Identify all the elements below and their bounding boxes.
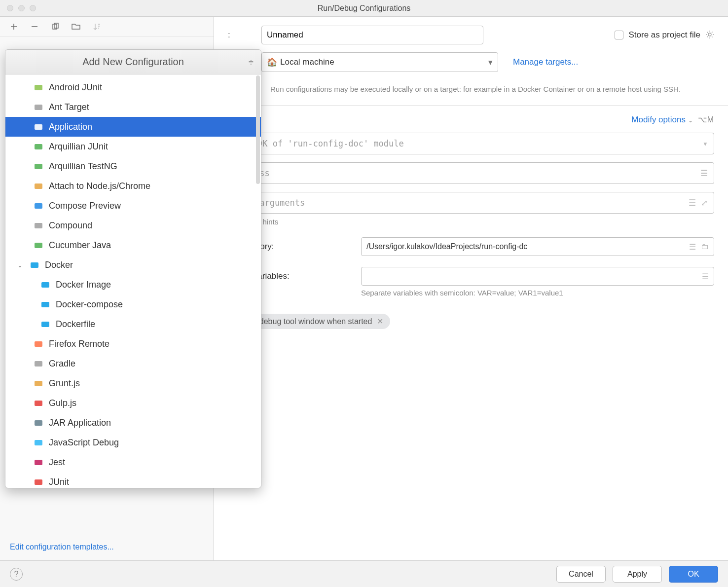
config-type-item[interactable]: Docker-compose [5,294,261,314]
config-type-icon [33,378,44,388]
config-type-icon [33,438,44,447]
program-args-input[interactable]: gram arguments ☰⤢ [228,192,714,214]
config-type-item[interactable]: Compose Preview [5,196,261,216]
chevron-down-icon: ⌄ [688,117,693,124]
svg-rect-11 [35,243,42,248]
gear-icon[interactable] [705,30,714,40]
config-type-item[interactable]: Grunt.js [5,373,261,393]
svg-rect-15 [41,322,49,327]
list-icon[interactable]: ☰ [689,242,696,252]
config-type-label: JavaScript Debug [49,438,119,448]
config-type-label: JAR Application [49,418,111,428]
folder-icon[interactable]: 🗀 [701,242,709,252]
config-type-item[interactable]: Gradle [5,354,261,373]
config-type-item[interactable]: Arquillian JUnit [5,137,261,156]
config-type-item[interactable]: Cucumber Java [5,235,261,255]
config-type-item[interactable]: JUnit [5,472,261,488]
collapse-icon[interactable]: ≑ [248,58,254,66]
svg-rect-5 [35,124,42,130]
working-dir-input[interactable]: /Users/igor.kulakov/IdeaProjects/run-con… [361,237,714,256]
config-type-icon [29,260,40,270]
name-label-partial: : [228,30,261,40]
config-type-label: Docker [45,260,73,270]
list-icon[interactable]: ☰ [689,198,696,208]
config-type-item[interactable]: Docker Image [5,275,261,294]
config-type-item[interactable]: Firefox Remote [5,334,261,354]
config-type-icon [33,398,44,408]
svg-rect-7 [35,164,42,169]
run-on-value: Local machine [280,57,334,67]
scrollbar[interactable] [256,75,260,184]
svg-rect-19 [35,401,42,406]
config-type-icon [33,339,44,349]
config-type-label: Compose Preview [49,201,121,211]
config-type-item[interactable]: Attach to Node.js/Chrome [5,176,261,196]
config-type-list[interactable]: Android JUnitAnt TargetApplicationArquil… [5,74,261,488]
run-on-hint: Run configurations may be executed local… [270,84,714,94]
config-type-item[interactable]: Arquillian TestNG [5,156,261,176]
name-input[interactable] [261,26,483,44]
config-type-item[interactable]: Dockerfile [5,314,261,334]
chevron-down-icon: ▾ [488,57,493,68]
manage-targets-link[interactable]: Manage targets... [513,57,578,67]
cancel-button[interactable]: Cancel [556,566,606,583]
config-type-icon [33,201,44,211]
svg-rect-16 [35,341,42,347]
config-type-label: Gradle [49,359,75,369]
config-type-item[interactable]: Ant Target [5,97,261,117]
add-config-icon[interactable] [9,22,19,32]
sort-config-icon[interactable] [92,22,102,32]
env-vars-hint: Separate variables with semicolon: VAR=v… [361,289,714,297]
env-vars-input[interactable]: ☰ [361,267,714,286]
close-icon[interactable]: ✕ [377,317,383,326]
chevron-down-icon[interactable]: ⌄ [17,261,24,269]
store-as-project-checkbox[interactable] [615,31,623,39]
config-type-label: Firefox Remote [49,339,109,349]
config-type-icon [33,220,44,230]
svg-rect-18 [35,381,42,386]
ok-button[interactable]: OK [669,566,718,583]
sdk-hint: SDK of 'run-config-doc' module [253,139,404,148]
list-icon[interactable]: ☰ [702,272,709,281]
config-type-label: Cucumber Java [49,240,111,251]
titlebar: Run/Debug Configurations [0,0,728,17]
config-type-label: Arquillian TestNG [49,161,117,172]
main-class-input[interactable]: a class ☰ [228,162,714,184]
config-type-label: Jest [49,457,65,468]
folder-config-icon[interactable] [71,22,81,32]
config-type-item[interactable]: Android JUnit [5,77,261,97]
svg-rect-12 [31,262,38,268]
config-type-label: Attach to Node.js/Chrome [49,181,150,191]
config-type-item[interactable]: JavaScript Debug [5,433,261,452]
store-as-project-label: Store as project file [628,30,700,40]
config-type-item[interactable]: Application [5,117,261,137]
config-type-label: Arquillian JUnit [49,142,108,152]
configuration-form: : Store as project file n: 🏠 Local machi… [214,17,728,560]
svg-rect-3 [35,85,42,90]
config-type-item[interactable]: Gulp.js [5,393,261,413]
sdk-combo[interactable]: a 8 SDK of 'run-config-doc' module ▾ [228,133,714,154]
config-type-icon [33,418,44,428]
popup-title: Add New Configuration ≑ [5,50,261,74]
edit-templates-link[interactable]: Edit configuration templates... [0,543,214,560]
config-type-icon [33,457,44,467]
svg-rect-17 [35,361,42,367]
config-type-item[interactable]: ⌄Docker [5,255,261,275]
config-type-icon [33,181,44,191]
list-icon[interactable]: ☰ [700,168,708,178]
config-type-icon [40,280,51,290]
config-type-icon [33,359,44,368]
config-type-item[interactable]: Jest [5,452,261,472]
config-type-label: Dockerfile [56,319,95,330]
remove-config-icon[interactable] [30,22,39,32]
apply-button[interactable]: Apply [613,566,662,583]
config-type-item[interactable]: Compound [5,216,261,235]
help-icon[interactable]: ? [10,568,23,581]
run-on-combo[interactable]: 🏠 Local machine ▾ [261,52,498,72]
config-type-icon [40,299,51,309]
config-type-item[interactable]: JAR Application [5,413,261,433]
modify-options-link[interactable]: Modify options ⌄ [631,115,692,125]
svg-rect-8 [35,183,42,189]
copy-config-icon[interactable] [50,22,60,32]
expand-icon[interactable]: ⤢ [701,198,708,208]
